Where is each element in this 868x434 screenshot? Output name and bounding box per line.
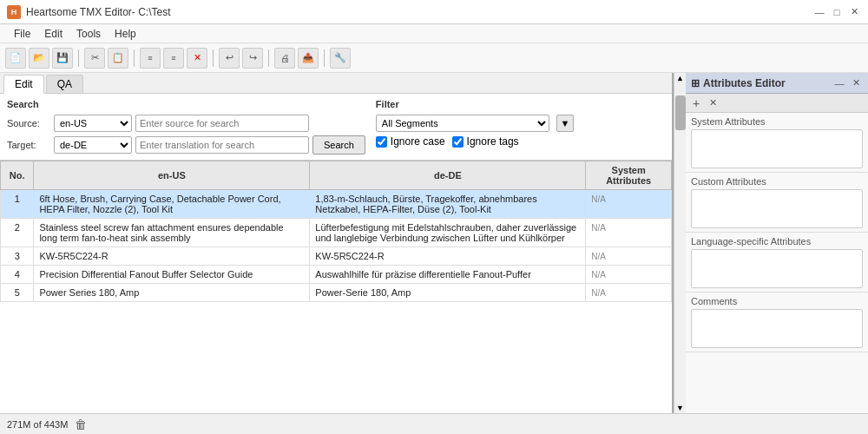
attr-section-1: Custom Attributes <box>686 173 868 233</box>
delete-button[interactable]: ✕ <box>187 48 207 69</box>
cell-no: 3 <box>1 247 34 266</box>
source-row: Source: en-US <box>7 115 365 132</box>
attr-section-content <box>691 189 863 228</box>
attr-delete-button[interactable]: ✕ <box>706 96 720 110</box>
attr-close-button[interactable]: ✕ <box>849 76 863 90</box>
main-area: Edit QA Search Source: en-US Target: de-… <box>0 73 868 413</box>
maximize-button[interactable]: □ <box>830 5 844 19</box>
close-button[interactable]: ✕ <box>847 5 861 19</box>
title-bar: H Heartsome TMX Editor- C:\Test — □ ✕ <box>0 0 868 24</box>
toolbar-separator-2 <box>134 49 135 67</box>
filter-select[interactable]: All Segments <box>376 115 549 132</box>
cell-sys: N/A <box>586 247 672 266</box>
table-row[interactable]: 5 Power Series 180, Amp Power-Serie 180,… <box>1 284 672 302</box>
search-section: Search Source: en-US Target: de-DE Searc… <box>7 99 365 155</box>
minimize-button[interactable]: — <box>812 5 826 19</box>
filter-options-button[interactable]: ▼ <box>556 115 574 132</box>
menu-help[interactable]: Help <box>108 26 143 42</box>
cell-de: KW-5R5C224-R <box>310 247 586 266</box>
col-header-de: de-DE <box>310 161 586 190</box>
attr-section-content <box>691 309 863 348</box>
toolbar: 📄 📂 💾 ✂ 📋 ≡ ≡ ✕ ↩ ↪ 🖨 📤 🔧 <box>0 43 868 73</box>
cell-de: Lüfterbefestigung mit Edelstahlschrauben… <box>310 219 586 247</box>
cell-en: Stainless steel screw fan attachment ens… <box>34 219 310 247</box>
attr-add-button[interactable]: + <box>689 96 703 110</box>
undo-button[interactable]: ↩ <box>219 48 240 69</box>
search-button[interactable]: Search <box>312 135 365 155</box>
cell-sys: N/A <box>586 219 672 247</box>
scroll-thumb[interactable] <box>675 95 686 130</box>
source-search-input[interactable] <box>135 115 309 132</box>
target-lang-select[interactable]: de-DE <box>54 136 132 154</box>
attr-section-title: Language-specific Attributes <box>691 236 863 247</box>
ignore-tags-label: Ignore tags <box>467 135 519 148</box>
toolbar-separator-4 <box>268 49 269 67</box>
ignore-tags-check[interactable]: Ignore tags <box>452 135 519 148</box>
ignore-case-checkbox[interactable] <box>376 136 387 148</box>
target-row: Target: de-DE Search <box>7 135 365 155</box>
new-button[interactable]: 📄 <box>5 48 26 69</box>
open-button[interactable]: 📂 <box>29 48 49 69</box>
attributes-editor-panel: ⊞ Attributes Editor — ✕ + ✕ System Attri… <box>686 73 868 413</box>
table-row[interactable]: 1 6ft Hose, Brush, Carrying Case, Detach… <box>1 190 672 219</box>
cell-sys: N/A <box>586 266 672 284</box>
col-header-no: No. <box>1 161 34 190</box>
menu-file[interactable]: File <box>7 26 37 42</box>
cell-no: 4 <box>1 266 34 284</box>
filter-label: Filter <box>376 99 574 109</box>
tab-edit[interactable]: Edit <box>3 75 44 94</box>
app-icon: H <box>7 5 21 19</box>
attr-section-title: Comments <box>691 296 863 306</box>
save-button[interactable]: 💾 <box>52 48 73 69</box>
trash-icon[interactable]: 🗑 <box>75 418 87 431</box>
cell-de: 1,83-m-Schlauch, Bürste, Tragekoffer, ab… <box>310 190 586 219</box>
target-search-input[interactable] <box>135 136 309 154</box>
attr-section-2: Language-specific Attributes <box>686 233 868 293</box>
print-button[interactable]: 🖨 <box>274 48 295 69</box>
settings-button[interactable]: 🔧 <box>330 48 351 69</box>
tab-bar: Edit QA <box>0 73 672 94</box>
ignore-tags-checkbox[interactable] <box>452 136 464 148</box>
cell-en: Precision Differential Fanout Buffer Sel… <box>34 266 310 284</box>
filter-select-row: All Segments ▼ <box>376 115 574 132</box>
table-row[interactable]: 2 Stainless steel screw fan attachment e… <box>1 219 672 247</box>
vertical-scrollbar[interactable]: ▲ ▼ <box>674 73 686 413</box>
attr-section-0: System Attributes <box>686 113 868 173</box>
toolbar-separator-3 <box>213 49 214 67</box>
table-container: No. en-US de-DE System Attributes 1 6ft … <box>0 161 672 413</box>
grid-icon: ⊞ <box>691 77 700 89</box>
attr-minimize-button[interactable]: — <box>832 76 846 90</box>
filter-checks-row: Ignore case Ignore tags <box>376 135 574 148</box>
scroll-up-button[interactable]: ▲ <box>675 73 686 83</box>
status-bar: 271M of 443M 🗑 <box>0 413 868 434</box>
table-row[interactable]: 3 KW-5R5C224-R KW-5R5C224-R N/A <box>1 247 672 266</box>
cell-sys: N/A <box>586 190 672 219</box>
table-row[interactable]: 4 Precision Differential Fanout Buffer S… <box>1 266 672 284</box>
target-label: Target: <box>7 140 50 150</box>
tab-qa[interactable]: QA <box>46 75 83 93</box>
redo-button[interactable]: ↪ <box>242 48 263 69</box>
paste-button[interactable]: 📋 <box>108 48 128 69</box>
source-label: Source: <box>7 118 50 128</box>
align-right-button[interactable]: ≡ <box>163 48 184 69</box>
scroll-down-button[interactable]: ▼ <box>675 403 686 413</box>
attr-section-title: Custom Attributes <box>691 176 863 187</box>
menu-tools[interactable]: Tools <box>69 26 108 42</box>
menu-edit[interactable]: Edit <box>37 26 69 42</box>
table-header-row: No. en-US de-DE System Attributes <box>1 161 672 190</box>
cell-no: 5 <box>1 284 34 302</box>
toolbar-separator-5 <box>324 49 325 67</box>
ignore-case-label: Ignore case <box>391 135 445 148</box>
attr-header-controls[interactable]: — ✕ <box>832 76 863 90</box>
source-lang-select[interactable]: en-US <box>54 115 132 132</box>
ignore-case-check[interactable]: Ignore case <box>376 135 445 148</box>
cell-de: Power-Serie 180, Amp <box>310 284 586 302</box>
export-button[interactable]: 📤 <box>298 48 319 69</box>
cell-no: 2 <box>1 219 34 247</box>
window-controls[interactable]: — □ ✕ <box>812 5 861 19</box>
cell-en: 6ft Hose, Brush, Carrying Case, Detachab… <box>34 190 310 219</box>
col-header-sys: System Attributes <box>586 161 672 190</box>
cut-button[interactable]: ✂ <box>84 48 105 69</box>
attr-section-title: System Attributes <box>691 116 863 127</box>
align-left-button[interactable]: ≡ <box>140 48 161 69</box>
